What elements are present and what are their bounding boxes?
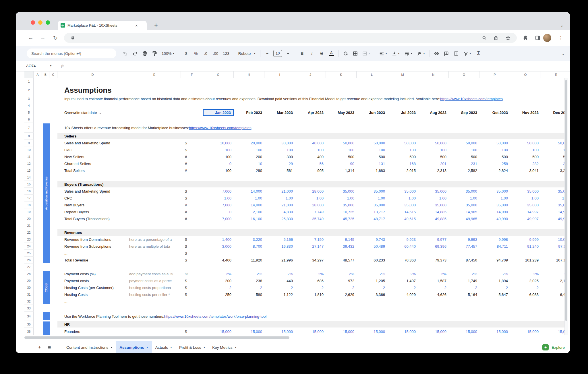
sheet-tab-key-metrics[interactable]: Key Metrics▼ (209, 341, 240, 353)
value-cell[interactable]: 201 (418, 160, 449, 167)
value-cell[interactable]: 100 (264, 146, 295, 153)
column-header-N[interactable]: N (418, 71, 449, 78)
value-cell[interactable]: 2 (387, 284, 418, 291)
row-header-23[interactable]: 23 (24, 236, 34, 243)
fill-color-icon[interactable] (343, 51, 348, 56)
section-header-band[interactable]: Sellers (57, 133, 564, 139)
add-sheet-button[interactable]: + (35, 341, 45, 353)
value-cell[interactable]: 14,615 (387, 208, 418, 215)
value-cell[interactable]: 1,314 (326, 167, 357, 174)
value-cell[interactable]: 500 (510, 153, 541, 160)
row-header-27[interactable]: 27 (24, 263, 34, 270)
value-cell[interactable]: 1,587 (418, 277, 449, 284)
row-label-cell[interactable]: New Buyers (57, 201, 128, 208)
value-cell[interactable]: 4,400 (203, 257, 234, 263)
value-cell[interactable]: 100 (479, 146, 510, 153)
value-cell[interactable]: 50,000 (541, 139, 564, 146)
row-header-35[interactable]: 35 (24, 321, 34, 328)
value-cell[interactable]: 250 (203, 291, 234, 298)
value-cell[interactable]: 2,824 (479, 167, 510, 174)
value-cell[interactable]: 77,457 (449, 243, 479, 250)
browser-menu-kebab-icon[interactable]: ⋮ (558, 34, 564, 42)
value-cell[interactable]: 13,717 (357, 208, 387, 215)
decrease-decimal-button[interactable]: .0 (203, 51, 208, 56)
value-cell[interactable]: 50,000 (387, 139, 418, 146)
value-cell[interactable]: 1,205 (357, 277, 387, 284)
column-header-A[interactable]: A (34, 71, 42, 78)
hyperlink[interactable]: https://www.10xsheets.com/templates (189, 126, 251, 130)
unit-cell[interactable]: # (181, 208, 203, 215)
value-cell[interactable]: 14,000 (234, 188, 264, 195)
value-cell[interactable]: 580 (234, 291, 264, 298)
value-cell[interactable]: 35,000 (510, 201, 541, 208)
value-cell[interactable]: 100 (234, 146, 264, 153)
value-cell[interactable]: 1.00 (387, 195, 418, 201)
back-icon[interactable]: ← (27, 34, 35, 42)
value-cell[interactable]: 1.00 (449, 195, 479, 201)
month-header-cell[interactable]: Jun 2023 (357, 109, 387, 116)
vertical-scrollbar-thumb[interactable] (565, 80, 567, 321)
value-cell[interactable]: 50,489 (357, 243, 387, 250)
value-cell[interactable]: 107,117 (541, 257, 564, 263)
insert-chart-icon[interactable] (454, 51, 459, 56)
name-box[interactable]: AO74 (26, 61, 51, 71)
value-cell[interactable]: 2% (510, 270, 541, 277)
value-cell[interactable]: 1,407 (387, 277, 418, 284)
value-cell[interactable]: 14,990 (479, 208, 510, 215)
row-label-cell[interactable]: New Sellers (57, 153, 128, 160)
value-cell[interactable]: 14,000 (234, 201, 264, 208)
name-box-caret-icon[interactable]: ▼ (50, 61, 52, 71)
value-cell[interactable]: 400 (295, 153, 326, 160)
row-header-32[interactable]: 32 (24, 298, 34, 305)
row-label-cell[interactable]: Founders (57, 328, 128, 335)
value-cell[interactable]: 50,000 (357, 139, 387, 146)
unit-cell[interactable]: $ (181, 139, 203, 146)
value-cell[interactable]: 35,000 (479, 188, 510, 195)
value-cell[interactable]: 9,999 (510, 236, 541, 243)
value-cell[interactable]: 29 (264, 160, 295, 167)
row-label-cell[interactable]: Sales and Marketing Spend (57, 139, 128, 146)
row-label-cell[interactable]: CPC (57, 195, 128, 201)
value-cell[interactable]: 2% (203, 270, 234, 277)
row-header-2[interactable]: 2 (24, 85, 34, 95)
decrease-font-size-button[interactable]: − (265, 51, 270, 56)
value-cell[interactable]: 15,000 (295, 328, 326, 335)
insert-comment-icon[interactable] (444, 51, 449, 56)
row-label-cell[interactable]: Total Revenue (57, 257, 128, 263)
bold-button[interactable]: B (299, 51, 305, 56)
window-minimize-button[interactable] (38, 20, 42, 25)
value-cell[interactable]: 2,015 (387, 167, 418, 174)
row-header-14[interactable]: 14 (24, 174, 34, 181)
value-cell[interactable]: 2 (418, 284, 449, 291)
row-label-cell[interactable]: Churned Sellers (57, 160, 128, 167)
value-cell[interactable]: 28,000 (295, 201, 326, 208)
value-cell[interactable]: 1.00 (234, 195, 264, 201)
value-cell[interactable]: 2% (326, 270, 357, 277)
unit-cell[interactable]: $ (181, 250, 203, 257)
row-header-15[interactable]: 15 (24, 181, 34, 188)
row-header-21[interactable]: 21 (24, 222, 34, 229)
new-tab-button[interactable]: + (154, 21, 158, 30)
value-cell[interactable]: 60,440 (387, 243, 418, 250)
value-cell[interactable]: 16,100 (234, 215, 264, 222)
value-cell[interactable]: 35,000 (449, 201, 479, 208)
value-cell[interactable]: 35,000 (357, 201, 387, 208)
value-cell[interactable]: 2% (264, 270, 295, 277)
formula-input[interactable] (70, 61, 530, 71)
horizontal-align-icon[interactable]: ▼ (379, 51, 387, 56)
row-label-cell[interactable]: Hosting Costs (57, 291, 128, 298)
row-header-33[interactable]: 33 (24, 305, 34, 312)
functions-button[interactable]: Σ (476, 51, 481, 56)
value-cell[interactable]: 1.00 (264, 195, 295, 201)
value-cell[interactable]: 131 (357, 160, 387, 167)
value-cell[interactable]: 304 (541, 160, 564, 167)
row-label-cell[interactable]: Payment costs (%) (57, 270, 128, 277)
reload-icon[interactable]: ↻ (51, 34, 59, 42)
value-cell[interactable]: 50,000 (510, 139, 541, 146)
value-cell[interactable]: 1,400 (203, 236, 234, 243)
value-cell[interactable]: 2,582 (449, 167, 479, 174)
insert-link-icon[interactable] (434, 51, 439, 56)
window-close-button[interactable] (31, 20, 35, 25)
row-header-5[interactable]: 5 (24, 109, 34, 116)
value-cell[interactable]: 11,920 (234, 257, 264, 263)
